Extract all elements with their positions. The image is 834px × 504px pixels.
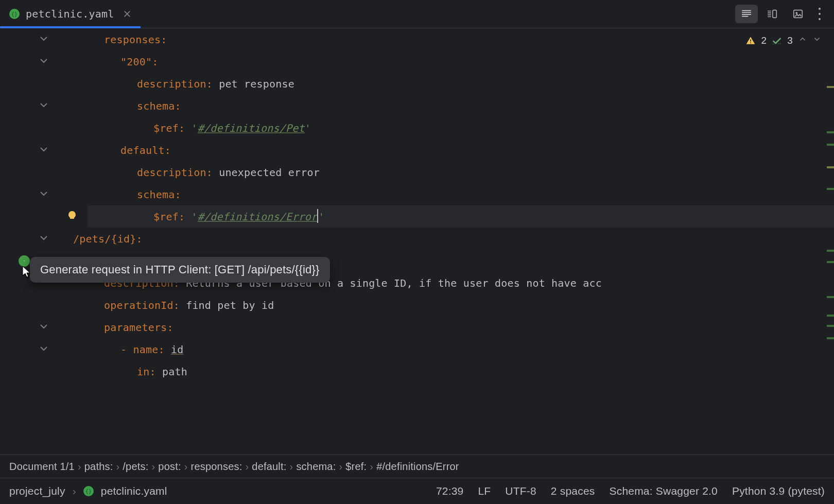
svg-rect-6 [751, 42, 752, 43]
svg-text:{}: {} [11, 11, 18, 17]
warning-icon [745, 36, 756, 46]
status-bar: project_july › {} petclinic.yaml 72:39 L… [0, 478, 834, 504]
status-file[interactable]: petclinic.yaml [101, 485, 167, 497]
line-separator[interactable]: LF [478, 485, 491, 497]
close-tab-icon[interactable] [123, 10, 131, 18]
breadcrumb-item[interactable]: responses: [191, 461, 242, 473]
mouse-cursor-icon [22, 265, 32, 279]
view-mode-preview-button[interactable] [787, 5, 809, 23]
fold-toggle[interactable] [38, 32, 52, 47]
chevron-right-icon: › [151, 461, 155, 473]
view-mode-source-button[interactable] [735, 5, 758, 23]
json-schema[interactable]: Schema: Swagger 2.0 [610, 485, 718, 497]
breadcrumb-item[interactable]: Document 1/1 [9, 461, 75, 473]
caret-position[interactable]: 72:39 [436, 485, 464, 497]
chevron-right-icon: › [73, 485, 76, 497]
openapi-file-icon: {} [83, 486, 94, 496]
fold-toggle[interactable] [38, 342, 52, 357]
svg-text:·: · [23, 258, 25, 264]
chevron-right-icon: › [116, 461, 119, 473]
breadcrumbs-bar: Document 1/1 › paths: › /pets: › post: ›… [0, 455, 834, 478]
fold-toggle[interactable] [38, 99, 52, 113]
warning-count: 2 [761, 35, 767, 46]
next-highlight-icon[interactable] [812, 34, 822, 46]
view-mode-split-button[interactable] [761, 5, 784, 23]
breadcrumb-item[interactable]: paths: [84, 461, 113, 473]
error-stripe[interactable] [827, 28, 834, 455]
code-content[interactable]: responses: "200": description: pet respo… [88, 28, 834, 383]
ok-count: 3 [787, 35, 793, 46]
chevron-right-icon: › [245, 461, 249, 473]
prev-highlight-icon[interactable] [798, 34, 807, 46]
openapi-file-icon: {} [9, 9, 20, 19]
fold-toggle[interactable] [38, 187, 52, 202]
chevron-right-icon: › [290, 461, 293, 473]
breadcrumb-item[interactable]: $ref: [345, 461, 367, 473]
breadcrumb-item[interactable]: post: [158, 461, 181, 473]
gutter-tooltip: Generate request in HTTP Client: [GET] /… [30, 257, 330, 283]
chevron-right-icon: › [184, 461, 188, 473]
interpreter[interactable]: Python 3.9 (pytest) [732, 485, 825, 497]
check-icon [772, 36, 782, 46]
svg-point-3 [795, 12, 797, 14]
fold-toggle[interactable] [38, 143, 52, 158]
tab-label: petclinic.yaml [26, 8, 114, 20]
more-actions-button[interactable] [812, 5, 827, 23]
breadcrumb-item[interactable]: /pets: [123, 461, 148, 473]
breadcrumb-item[interactable]: #/definitions/Error [376, 461, 459, 473]
chevron-right-icon: › [339, 461, 342, 473]
svg-rect-5 [751, 39, 752, 41]
breadcrumb-item[interactable]: default: [252, 461, 286, 473]
svg-text:{}: {} [85, 489, 92, 494]
fold-toggle[interactable] [38, 232, 52, 246]
editor-area[interactable]: · responses: "200": description: pet res… [0, 28, 834, 455]
fold-toggle[interactable] [38, 55, 52, 69]
chevron-right-icon: › [78, 461, 81, 473]
breadcrumb-item[interactable]: schema: [296, 461, 336, 473]
file-encoding[interactable]: UTF-8 [505, 485, 536, 497]
status-project[interactable]: project_july [9, 485, 65, 497]
indent-setting[interactable]: 2 spaces [551, 485, 595, 497]
tab-petclinic-yaml[interactable]: {} petclinic.yaml [0, 0, 141, 28]
chevron-right-icon: › [370, 461, 373, 473]
fold-toggle[interactable] [38, 320, 52, 335]
editor-tabs: {} petclinic.yaml [0, 0, 834, 28]
svg-rect-1 [773, 10, 776, 18]
intention-bulb-icon[interactable] [66, 210, 78, 222]
inspections-widget[interactable]: 2 3 [745, 34, 822, 46]
